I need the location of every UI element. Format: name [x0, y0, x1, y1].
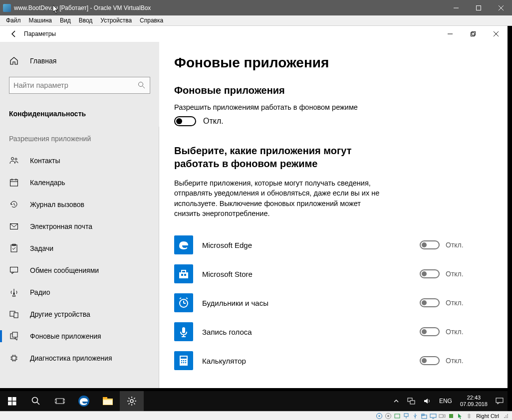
alarm-icon — [174, 293, 193, 312]
svg-rect-82 — [410, 401, 415, 404]
toggle-state-label: Откл. — [203, 117, 224, 126]
settings-title-label: Параметры — [24, 30, 56, 37]
svg-point-85 — [379, 415, 380, 417]
vbox-usb-icon[interactable] — [411, 412, 419, 420]
svg-point-57 — [183, 362, 185, 364]
vbox-keyboard-icon[interactable] — [465, 412, 473, 420]
search-button[interactable] — [24, 391, 48, 411]
sidebar-item-diagnostics[interactable]: Диагностика приложения — [0, 347, 159, 369]
vbox-menu-view[interactable]: Вид — [56, 15, 75, 26]
sidebar-divider — [159, 127, 159, 388]
allow-background-toggle[interactable] — [174, 116, 196, 126]
vbox-menu-help[interactable]: Справка — [136, 15, 167, 26]
back-button[interactable] — [4, 26, 24, 42]
app-toggle[interactable] — [420, 327, 440, 336]
vbox-menu-devices[interactable]: Устройства — [96, 15, 136, 26]
vbox-mouse-icon[interactable] — [456, 412, 464, 420]
app-toggle[interactable] — [420, 240, 440, 249]
sidebar-search[interactable] — [9, 77, 150, 94]
vbox-resize-grip[interactable] — [502, 412, 510, 420]
tray-chevron-up[interactable] — [389, 391, 403, 411]
sidebar-item-messaging[interactable]: Обмен сообщениями — [0, 259, 159, 281]
sidebar-home-label: Главная — [30, 57, 56, 65]
calculator-icon — [174, 351, 193, 370]
section2-desc: Выберите приложения, которые могут получ… — [174, 178, 389, 218]
app-row-edge: Microsoft Edge Откл. — [174, 230, 490, 259]
app-toggle[interactable] — [420, 356, 440, 365]
app-row-calculator: Калькулятор Откл. — [174, 346, 490, 375]
sidebar-item-label: Электронная почта — [30, 222, 92, 230]
vbox-menu-file[interactable]: Файл — [2, 15, 25, 26]
vbox-minimize-button[interactable] — [445, 0, 467, 15]
svg-rect-89 — [404, 414, 408, 417]
svg-line-80 — [134, 398, 135, 399]
contacts-icon — [9, 156, 19, 166]
svg-rect-29 — [14, 313, 18, 318]
vbox-close-button[interactable] — [490, 0, 512, 15]
sidebar-item-calendar[interactable]: Календарь — [0, 172, 159, 194]
app-row-alarms: Будильники и часы Откл. — [174, 288, 490, 317]
taskbar-edge[interactable] — [72, 391, 96, 411]
vbox-display-icon[interactable] — [429, 412, 437, 420]
app-toggle[interactable] — [420, 269, 440, 278]
start-button[interactable] — [0, 391, 24, 411]
vbox-network-icon[interactable] — [402, 412, 410, 420]
sidebar-item-otherdevices[interactable]: Другие устройства — [0, 303, 159, 325]
svg-rect-5 — [471, 32, 474, 36]
vbox-menubar: Файл Машина Вид Ввод Устройства Справка — [0, 15, 512, 26]
app-toggle[interactable] — [420, 298, 440, 307]
svg-rect-1 — [476, 5, 481, 10]
taskview-button[interactable] — [48, 391, 72, 411]
system-tray: ENG 22:43 07.09.2018 — [389, 391, 508, 411]
edge-icon — [174, 235, 193, 254]
svg-rect-62 — [12, 402, 16, 406]
section1-title: Фоновые приложения — [174, 85, 490, 96]
tray-time: 22:43 — [467, 395, 481, 401]
tasks-icon — [9, 243, 19, 253]
svg-rect-93 — [430, 414, 436, 418]
vbox-audio-icon[interactable] — [393, 412, 401, 420]
svg-point-100 — [504, 417, 505, 418]
app-toggle-label: Откл. — [446, 270, 464, 278]
sidebar-item-backgroundapps[interactable]: Фоновые приложения — [0, 325, 159, 347]
app-toggle-label: Откл. — [446, 241, 464, 249]
settings-close-button[interactable] — [485, 26, 508, 42]
tray-date: 07.09.2018 — [460, 401, 488, 408]
svg-point-72 — [130, 400, 133, 403]
tray-clock[interactable]: 22:43 07.09.2018 — [456, 395, 492, 408]
sidebar-item-callhistory[interactable]: Журнал вызовов — [0, 194, 159, 215]
vbox-menu-input[interactable]: Ввод — [75, 15, 97, 26]
vbox-shared-icon[interactable] — [420, 412, 428, 420]
sidebar-item-tasks[interactable]: Задачи — [0, 237, 159, 259]
search-icon — [138, 81, 146, 89]
vbox-recording-icon[interactable] — [438, 412, 446, 420]
vbox-cpu-icon[interactable] — [447, 412, 455, 420]
svg-rect-95 — [439, 415, 443, 418]
tray-volume-icon[interactable] — [419, 391, 435, 411]
tray-action-center[interactable] — [492, 391, 508, 411]
tray-language[interactable]: ENG — [435, 391, 456, 411]
vbox-titlebar: www.BootDev.ru [Работает] - Oracle VM Vi… — [0, 0, 512, 15]
app-name: Microsoft Store — [202, 270, 411, 278]
sidebar-item-radio[interactable]: Радио — [0, 281, 159, 303]
taskbar-explorer[interactable] — [96, 391, 120, 411]
search-input[interactable] — [13, 81, 138, 89]
svg-rect-42 — [181, 274, 183, 276]
settings-minimize-button[interactable] — [439, 26, 462, 42]
sidebar-home[interactable]: Главная — [0, 51, 159, 71]
taskbar-settings[interactable] — [120, 391, 144, 411]
sidebar-item-email[interactable]: Электронная почта — [0, 215, 159, 237]
vbox-menu-machine[interactable]: Машина — [25, 15, 56, 26]
svg-rect-83 — [496, 398, 503, 403]
sidebar-item-contacts[interactable]: Контакты — [0, 150, 159, 172]
svg-point-97 — [507, 414, 508, 415]
svg-point-9 — [139, 82, 143, 87]
vbox-hdd-icon[interactable] — [375, 412, 383, 420]
vbox-maximize-button[interactable] — [467, 0, 490, 15]
vbox-optical-icon[interactable] — [384, 412, 392, 420]
svg-rect-70 — [103, 397, 107, 399]
settings-maximize-button[interactable] — [462, 26, 485, 42]
svg-line-26 — [12, 294, 14, 296]
tray-network-icon[interactable] — [403, 391, 419, 411]
app-name: Будильники и часы — [202, 299, 411, 307]
